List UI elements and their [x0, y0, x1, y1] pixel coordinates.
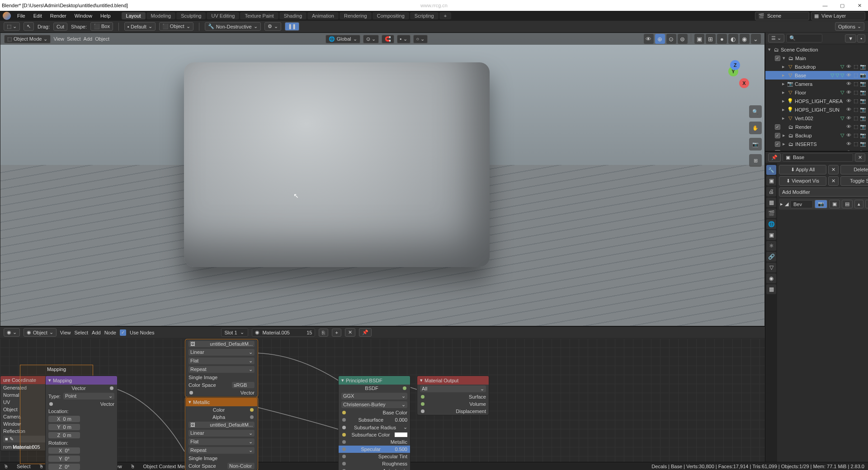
apply-all-x[interactable]: ✕: [828, 165, 839, 174]
collection-checkbox[interactable]: ✓: [775, 124, 780, 130]
visibility-icon[interactable]: ⬚: [853, 64, 859, 70]
outliner-item[interactable]: ▸💡HOPS_LIGHT_AREA👁⬚📷: [765, 97, 868, 105]
tab-animation[interactable]: Animation: [307, 12, 339, 19]
gizmo-z[interactable]: Z: [730, 60, 740, 70]
pause-button[interactable]: ❚❚: [285, 22, 299, 31]
workflow-default[interactable]: ▪ Default⌄: [124, 22, 156, 31]
modifier-name[interactable]: Bev: [790, 200, 813, 208]
menu-window[interactable]: Window: [71, 13, 96, 19]
props-context[interactable]: ▣Base: [783, 153, 853, 162]
menu-file[interactable]: File: [14, 13, 29, 19]
visibility-icon[interactable]: 📷: [860, 81, 866, 87]
minimize-button[interactable]: —: [818, 3, 832, 9]
tab-view[interactable]: ▦: [766, 197, 776, 207]
outliner-item[interactable]: ▸▽Base▽▽▽👁⬚📷: [765, 71, 868, 80]
drag-cut[interactable]: Cut: [53, 23, 67, 31]
node-canvas[interactable]: ure Coordinate Generated Normal UV Objec…: [0, 338, 765, 462]
outliner-item[interactable]: ✓🗂Render👁⬚📷: [765, 122, 868, 131]
cursor-tool-button[interactable]: ↖: [24, 22, 34, 31]
proportional-edit[interactable]: ○ ⌄: [413, 35, 428, 43]
visibility-icon[interactable]: 👁: [845, 81, 852, 87]
toggle-stack-button[interactable]: Toggle Stack: [840, 176, 868, 186]
outliner-item[interactable]: ✓▸🗂INSERTS👁⬚📷: [765, 140, 868, 148]
tab-world[interactable]: 🌐: [766, 219, 776, 229]
vp-menu-object[interactable]: Object: [95, 36, 109, 42]
snap-options[interactable]: ▪ ⌄: [397, 35, 410, 43]
xray-toggle[interactable]: ▣: [694, 34, 704, 44]
camera-view-icon[interactable]: 📷: [749, 138, 762, 150]
ne-menu-add[interactable]: Add: [92, 330, 101, 335]
outliner-item[interactable]: ✓▸🗂Backup▽👁⬚📷: [765, 131, 868, 140]
visibility-icon[interactable]: ⬚: [853, 81, 859, 87]
visibility-icon[interactable]: 📷: [860, 98, 866, 104]
add-modifier-button[interactable]: Add Modifier: [779, 188, 868, 197]
outliner-item[interactable]: ▸▽Floor▽👁⬚📷: [765, 88, 868, 97]
disclosure-icon[interactable]: ▸: [782, 132, 786, 138]
mod-edit-toggle[interactable]: ▤: [842, 200, 853, 208]
tab-object[interactable]: ▣: [766, 230, 776, 240]
visibility-icon[interactable]: 👁: [845, 72, 852, 78]
visibility-icon[interactable]: ⬚: [853, 107, 859, 113]
visibility-icon[interactable]: 👁: [845, 107, 852, 113]
tab-constraints[interactable]: 🔗: [766, 252, 776, 262]
outliner-filter[interactable]: ▼: [845, 34, 856, 42]
outliner-item[interactable]: ▸📷Camera👁⬚📷: [765, 80, 868, 88]
collection-checkbox[interactable]: ✓: [775, 141, 780, 147]
disclosure-icon[interactable]: ▸: [781, 64, 786, 70]
delete-all-button[interactable]: Delete All: [840, 165, 868, 174]
shading-solid[interactable]: ●: [717, 34, 727, 44]
visibility-icon[interactable]: ⬚: [853, 115, 859, 121]
visibility-icon[interactable]: ⬚: [853, 132, 859, 138]
visibility-icon[interactable]: 👁: [845, 124, 852, 130]
zoom-icon[interactable]: 🔍: [749, 105, 762, 118]
shading-rendered[interactable]: ◉: [740, 34, 750, 44]
outliner-item[interactable]: ▸▽Backdrop▽👁⬚📷: [765, 62, 868, 71]
node-material-output[interactable]: ▾Material Output All⌄ Surface Volume Dis…: [417, 376, 489, 415]
tab-shading[interactable]: Shading: [279, 12, 307, 19]
tab-modeling[interactable]: Modeling: [146, 12, 176, 19]
mod-down[interactable]: ▾: [865, 200, 868, 208]
ne-menu-select[interactable]: Select: [75, 330, 89, 335]
scene-selector[interactable]: 🎬Scene: [755, 12, 809, 20]
shading-matprev[interactable]: ◐: [728, 34, 738, 44]
gizmo-toggle[interactable]: ⊕: [655, 34, 665, 44]
vp-menu-view[interactable]: View: [53, 36, 64, 42]
tab-uvediting[interactable]: UV Editing: [207, 12, 239, 19]
disclosure-icon[interactable]: ▸: [781, 107, 786, 113]
outliner-type[interactable]: ☰ ⌄: [768, 34, 784, 42]
visibility-icon[interactable]: 👁: [845, 115, 852, 121]
overlay-options[interactable]: ⊚: [678, 34, 688, 44]
nav-gizmo[interactable]: X Y Z: [715, 60, 751, 96]
orientation-selector[interactable]: 🌐Global⌄: [326, 35, 360, 43]
tab-mesh[interactable]: ▽: [766, 263, 776, 273]
visibility-icon[interactable]: 📷: [860, 115, 866, 121]
pivot-point[interactable]: ⊙ ⌄: [363, 35, 379, 43]
collection-checkbox[interactable]: ✓: [775, 150, 780, 151]
visibility-icon[interactable]: 📷: [860, 150, 866, 151]
disclosure-icon[interactable]: ▸: [781, 81, 786, 87]
material-unlink[interactable]: ✕: [345, 328, 355, 337]
expand-icon[interactable]: ▸: [780, 201, 783, 207]
material-slot[interactable]: Slot 1⌄: [221, 328, 248, 337]
visibility-icon[interactable]: 👁: [845, 98, 852, 104]
color-swatch[interactable]: [395, 432, 407, 437]
node-mapping[interactable]: ▾Mapping Vector Type:Point⌄ Vector Locat…: [45, 376, 118, 470]
disclosure-icon[interactable]: ▸: [782, 150, 786, 151]
perspective-icon[interactable]: ⊞: [749, 154, 762, 167]
ne-editor-type[interactable]: ◉ ⌄: [4, 328, 20, 337]
vp-menu-add[interactable]: Add: [84, 36, 93, 42]
outliner-item[interactable]: ✓▸🗂Decals▽▽👁⬚📷: [765, 148, 868, 151]
mod-render-toggle[interactable]: 📷: [815, 200, 827, 208]
collection-checkbox[interactable]: ✓: [775, 56, 780, 61]
visibility-icon[interactable]: ⬚: [853, 124, 859, 130]
ne-menu-node[interactable]: Node: [104, 330, 116, 335]
visibility-icon[interactable]: 📷: [860, 141, 866, 147]
viewport-vis-x[interactable]: ✕: [828, 176, 839, 186]
tab-scripting[interactable]: Scripting: [410, 12, 439, 19]
visibility-icon[interactable]: 👁: [845, 150, 852, 151]
gizmo-visibility[interactable]: 👁: [644, 34, 654, 44]
tab-texturepaint[interactable]: Texture Paint: [240, 12, 278, 19]
gizmo-x[interactable]: X: [739, 78, 749, 88]
editor-type-selector[interactable]: ⬚ ⌄: [4, 22, 20, 31]
tab-render[interactable]: ▣: [766, 176, 776, 186]
